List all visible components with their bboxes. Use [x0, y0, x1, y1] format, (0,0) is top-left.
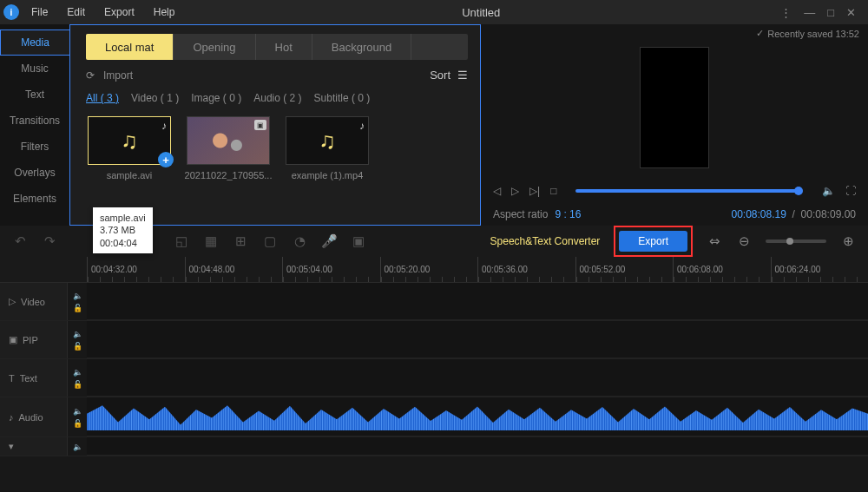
- mute-icon[interactable]: 🔈: [73, 292, 82, 300]
- play-icon[interactable]: ▷: [511, 185, 519, 197]
- track-label: Video: [21, 297, 45, 307]
- mosaic-icon[interactable]: ⊞: [233, 233, 248, 249]
- filter-image[interactable]: Image ( 0 ): [191, 92, 241, 104]
- aspect-ratio-value[interactable]: 9 : 16: [555, 208, 581, 220]
- sidebar-tab-overlays[interactable]: Overlays: [0, 160, 69, 186]
- speed-icon[interactable]: ◔: [292, 233, 307, 249]
- track-audio[interactable]: ♪Audio 🔈🔓: [0, 397, 868, 437]
- tooltip-size: 3.73 MB: [100, 224, 146, 236]
- media-thumbnail[interactable]: ♫ ♪ +: [88, 116, 171, 165]
- sort-button[interactable]: Sort ☰: [430, 69, 468, 82]
- lock-icon[interactable]: 🔓: [73, 342, 82, 351]
- audio-waveform[interactable]: [87, 403, 868, 430]
- sidebar-tab-text[interactable]: Text: [0, 82, 69, 108]
- fit-width-icon[interactable]: ⇔: [707, 233, 722, 249]
- preview-video-box[interactable]: [640, 47, 709, 168]
- mute-icon[interactable]: 🔈: [73, 407, 82, 416]
- track-video[interactable]: ▷Video 🔈🔓: [0, 283, 868, 321]
- check-icon: ✓: [756, 28, 764, 39]
- sidebar: Media Music Text Transitions Filters Ove…: [0, 24, 69, 226]
- media-item-label: sample.avi: [107, 170, 153, 180]
- sidebar-tab-transitions[interactable]: Transitions: [0, 108, 69, 134]
- total-time: 00:08:09.00: [801, 208, 856, 220]
- lock-icon[interactable]: 🔓: [73, 419, 82, 428]
- fullscreen-icon[interactable]: ⛶: [845, 185, 856, 197]
- sidebar-tab-elements[interactable]: Elements: [0, 186, 69, 212]
- media-item[interactable]: ▣ 20211022_170955...: [185, 116, 272, 180]
- redo-icon[interactable]: ↷: [42, 233, 57, 249]
- add-to-timeline-icon[interactable]: +: [158, 152, 174, 167]
- menu-edit[interactable]: Edit: [60, 6, 92, 18]
- export-button[interactable]: Export: [619, 231, 687, 252]
- window-title: Untitled: [187, 6, 775, 19]
- media-item-label: 20211022_170955...: [185, 170, 273, 180]
- close-icon[interactable]: ✕: [846, 6, 856, 19]
- ruler-tick: 00:05:04.00: [282, 257, 380, 282]
- track-pip[interactable]: ▣PIP 🔈🔓: [0, 321, 868, 359]
- media-category-tabs: Local mat Opening Hot Background: [86, 34, 468, 60]
- media-item[interactable]: ♫ ♪ example (1).mp4: [284, 116, 371, 180]
- zoom-in-icon[interactable]: ⊕: [840, 233, 856, 249]
- track-text[interactable]: TText 🔈🔓: [0, 359, 868, 397]
- track-label: PIP: [23, 335, 38, 345]
- media-tooltip: sample.avi 3.73 MB 00:04:04: [93, 207, 153, 253]
- stop-icon[interactable]: □: [550, 185, 556, 197]
- saved-status: ✓ Recently saved 13:52: [756, 28, 859, 39]
- filter-subtitle[interactable]: Subtitle ( 0 ): [314, 92, 371, 104]
- filter-audio[interactable]: Audio ( 2 ): [253, 92, 301, 104]
- snapshot-icon[interactable]: ▣: [351, 233, 366, 249]
- media-tab-opening[interactable]: Opening: [174, 34, 255, 60]
- app-logo-icon: i: [3, 4, 19, 20]
- media-tab-local[interactable]: Local mat: [86, 34, 174, 60]
- media-filter-row: All ( 3 ) Video ( 1 ) Image ( 0 ) Audio …: [86, 92, 468, 104]
- filter-all[interactable]: All ( 3 ): [86, 92, 119, 104]
- minimize-icon[interactable]: —: [804, 6, 815, 19]
- import-icon: ⟳: [86, 69, 95, 82]
- seek-slider[interactable]: [575, 189, 803, 193]
- split-icon[interactable]: ▦: [203, 233, 219, 249]
- timeline-ruler[interactable]: 00:04:32.00 00:04:48.00 00:05:04.00 00:0…: [0, 257, 868, 283]
- ruler-tick: 00:05:52.00: [575, 257, 674, 282]
- media-thumbnail[interactable]: ▣: [187, 116, 270, 165]
- mute-icon[interactable]: 🔈: [73, 368, 82, 377]
- sidebar-tab-media[interactable]: Media: [0, 30, 69, 56]
- undo-icon[interactable]: ↶: [12, 233, 28, 249]
- chevron-down-icon[interactable]: ▾: [9, 441, 14, 452]
- voiceover-icon[interactable]: 🎤: [321, 233, 337, 249]
- media-item[interactable]: ♫ ♪ + sample.avi: [86, 116, 173, 180]
- lock-icon[interactable]: 🔓: [73, 304, 82, 312]
- menu-file[interactable]: File: [24, 6, 55, 18]
- mute-icon[interactable]: 🔈: [73, 443, 82, 451]
- sort-list-icon: ☰: [457, 69, 468, 82]
- sort-label: Sort: [430, 69, 450, 82]
- next-frame-icon[interactable]: ▷|: [529, 185, 540, 197]
- tooltip-duration: 00:04:04: [100, 237, 146, 249]
- ruler-tick: 00:05:20.00: [380, 257, 478, 282]
- mute-icon[interactable]: 🔈: [73, 330, 82, 338]
- sidebar-tab-filters[interactable]: Filters: [0, 134, 69, 160]
- maximize-icon[interactable]: □: [827, 6, 834, 19]
- media-thumbnail[interactable]: ♫ ♪: [286, 116, 369, 165]
- track-extra[interactable]: ▾ 🔈: [0, 437, 868, 456]
- filter-video[interactable]: Video ( 1 ): [131, 92, 179, 104]
- sidebar-tab-music[interactable]: Music: [0, 56, 69, 82]
- frame-icon[interactable]: ▢: [262, 233, 278, 249]
- zoom-slider[interactable]: [766, 239, 826, 243]
- settings-icon[interactable]: ⋮: [780, 6, 792, 19]
- lock-icon[interactable]: 🔓: [73, 380, 82, 389]
- ruler-tick: 00:05:36.00: [477, 257, 575, 282]
- media-tab-background[interactable]: Background: [312, 34, 411, 60]
- volume-icon[interactable]: 🔈: [822, 185, 835, 197]
- zoom-out-icon[interactable]: ⊖: [736, 233, 752, 249]
- media-tab-hot[interactable]: Hot: [256, 34, 312, 60]
- ruler-tick: 00:06:24.00: [771, 257, 869, 282]
- tooltip-name: sample.avi: [100, 212, 146, 224]
- audio-badge-icon: ♪: [359, 120, 365, 132]
- menu-export[interactable]: Export: [97, 6, 141, 18]
- prev-frame-icon[interactable]: ◁: [493, 185, 501, 197]
- import-button[interactable]: ⟳ Import: [86, 69, 133, 82]
- menu-help[interactable]: Help: [147, 6, 182, 18]
- crop-icon[interactable]: ◱: [174, 233, 189, 249]
- speech-text-converter-link[interactable]: Speech&Text Converter: [490, 235, 601, 247]
- saved-label: Recently saved 13:52: [767, 29, 859, 39]
